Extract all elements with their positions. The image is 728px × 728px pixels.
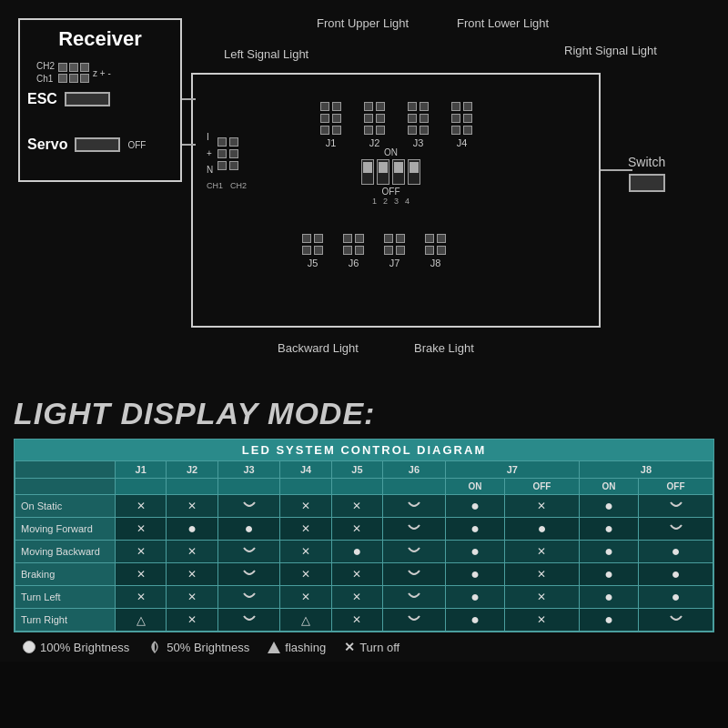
symbol-half: [242, 592, 257, 601]
pin: [408, 114, 417, 123]
data-cell: ✕: [505, 563, 580, 586]
switch-label: Switch: [628, 155, 665, 169]
pin: [463, 114, 472, 123]
data-cell: ●: [579, 518, 638, 541]
wire-esc: [182, 98, 196, 100]
th-mode-sub: [15, 479, 116, 495]
table-header-title: LED SYSTEM CONTROL DIAGRAM: [15, 440, 713, 460]
pin: [314, 246, 323, 255]
legend-flash-label: flashing: [285, 641, 326, 654]
data-cell: ✕: [280, 586, 331, 609]
pin: [332, 102, 341, 111]
symbol-x: ✕: [537, 568, 546, 581]
data-cell: [217, 609, 280, 632]
top-connectors: J1 J2 J3: [320, 102, 472, 148]
symbol-half: [407, 569, 421, 578]
data-cell: [639, 495, 713, 518]
connector-j2: J2: [364, 102, 385, 148]
inner-left-block: I+N CH1 CH2: [207, 129, 247, 190]
pin: [437, 234, 446, 243]
symbol-x: ✕: [301, 545, 310, 558]
pin: [384, 234, 393, 243]
servo-connector: [75, 137, 120, 152]
symbol-tri: △: [136, 613, 146, 627]
th-j2-sub: [167, 479, 217, 495]
symbol-dot: ●: [470, 521, 480, 536]
legend-circle-icon: [23, 641, 35, 653]
bottom-connectors: J5 J6 J7 J8: [302, 234, 446, 268]
symbol-x: ✕: [187, 568, 197, 581]
j7-label: J7: [389, 258, 400, 268]
wire-switch: [601, 169, 632, 171]
table-row: Braking✕✕✕✕●✕●●: [15, 563, 713, 586]
data-cell: ●: [639, 541, 713, 563]
data-cell: ✕: [280, 495, 331, 518]
data-cell: [217, 586, 280, 609]
symbol-dot: ●: [604, 543, 613, 559]
pin: [437, 246, 446, 255]
symbol-x: ✕: [352, 613, 361, 626]
pin: [451, 102, 460, 111]
pin: [376, 126, 385, 135]
legend-50: 50% Brightness: [147, 640, 249, 654]
pin: [396, 234, 405, 243]
data-cell: ✕: [505, 541, 580, 563]
th-j7: J7: [445, 461, 579, 479]
symbol-dot: ●: [470, 589, 480, 604]
data-cell: ●: [579, 541, 638, 563]
pin: [320, 114, 329, 123]
data-cell: ✕: [505, 609, 580, 632]
receiver-title: Receiver: [27, 27, 173, 51]
symbol-half: [242, 569, 257, 578]
dip-num-2: 2: [383, 197, 388, 206]
data-cell: ✕: [167, 495, 217, 518]
data-cell: ✕: [116, 541, 167, 563]
dip-switch-block: ON OFF 1 2 3 4: [361, 147, 420, 206]
th-j6: J6: [383, 461, 446, 479]
dip-thumb: [410, 162, 419, 173]
symbol-x: ✕: [301, 591, 310, 603]
legend-off-label: Turn off: [359, 641, 399, 654]
esc-row: ESC: [27, 91, 110, 107]
dip-switch-2: [377, 159, 389, 185]
mode-cell: Turn Left: [15, 586, 116, 609]
pin: [302, 234, 311, 243]
pin: [320, 102, 329, 111]
data-cell: ✕: [116, 518, 167, 541]
pin: [420, 102, 429, 111]
th-j5: J5: [331, 461, 382, 479]
data-cell: [383, 609, 446, 632]
dip-switch-4: [408, 159, 420, 185]
symbol-half: [669, 614, 683, 623]
label-right-signal: Right Signal Light: [564, 44, 657, 57]
symbol-x: ✕: [537, 591, 546, 603]
data-cell: [383, 518, 446, 541]
data-cell: ●: [445, 586, 504, 609]
symbol-half: [669, 500, 683, 510]
pin: [425, 234, 434, 243]
symbol-x: ✕: [136, 545, 146, 558]
th-j8: J8: [579, 461, 713, 479]
pin: [420, 126, 429, 135]
data-cell: △: [280, 609, 331, 632]
data-cell: [217, 495, 280, 518]
symbol-x: ✕: [136, 522, 146, 535]
pin: [420, 114, 429, 123]
data-cell: ✕: [331, 609, 382, 632]
data-cell: ✕: [505, 586, 580, 609]
symbol-dot: ●: [470, 498, 480, 513]
data-cell: △: [116, 609, 167, 632]
connector-j6: J6: [343, 234, 364, 268]
th-j1: J1: [116, 461, 167, 479]
symbol-dot: ●: [353, 543, 362, 559]
data-cell: ✕: [167, 586, 217, 609]
data-cell: [217, 541, 280, 563]
table-row: Turn Left✕✕✕✕●✕●●: [15, 586, 713, 609]
j1-pins: [320, 102, 341, 135]
symbol-x: ✕: [301, 500, 310, 512]
ch1-label: CH1: [207, 181, 223, 190]
symbol-dot: ●: [672, 566, 681, 581]
control-box: J1 J2 J3: [191, 73, 601, 328]
legend-triangle-icon: [268, 642, 280, 653]
pin: [217, 161, 227, 170]
